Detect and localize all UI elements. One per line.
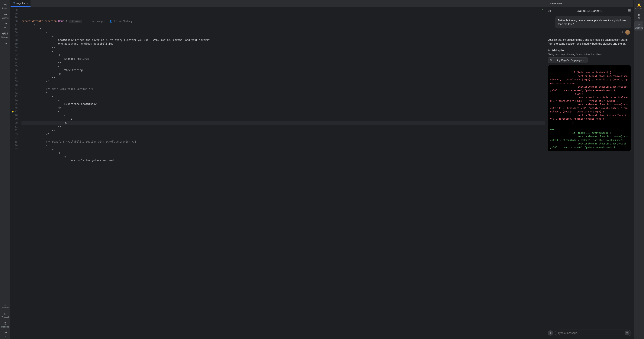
code-line[interactable]: Available Everywhere You Work bbox=[22, 158, 545, 162]
code-line[interactable]: < bbox=[22, 98, 545, 102]
line-number: 83 bbox=[10, 132, 18, 136]
code-line[interactable]: </ bbox=[22, 61, 545, 64]
chat-title-bar: ChatWindow bbox=[545, 0, 634, 7]
problems-label: Problems bbox=[1, 326, 9, 328]
line-number: 84 bbox=[10, 136, 18, 140]
attach-button[interactable]: ＋ bbox=[548, 330, 553, 336]
code-line[interactable]: </ bbox=[22, 72, 545, 76]
code-line[interactable]: < bbox=[22, 64, 545, 68]
code-line[interactable]: < bbox=[22, 110, 545, 114]
left-tool-rail: 🗀 Project ⊶ Commit ⎇ PR �⿻ Structure ⋯ ⊞… bbox=[0, 0, 10, 339]
line-number: 75 bbox=[10, 102, 18, 106]
services-tool[interactable]: ⊞ Services bbox=[0, 300, 10, 310]
edit-icon[interactable]: ✎ bbox=[622, 31, 624, 34]
git-label: Git bbox=[4, 336, 6, 338]
code-line[interactable]: < bbox=[22, 34, 545, 38]
line-number: 79 bbox=[10, 117, 18, 121]
line-number: 65 bbox=[10, 64, 18, 68]
code-line[interactable]: < bbox=[22, 144, 545, 147]
code-line[interactable]: Experience ChatWindow bbox=[22, 102, 545, 106]
code-line[interactable]: < bbox=[22, 147, 545, 151]
commit-tool[interactable]: ⊶ Commit bbox=[0, 11, 10, 20]
line-number: 59 bbox=[10, 42, 18, 46]
line-number: 76 bbox=[10, 106, 18, 110]
horizontal-scrollbar[interactable] bbox=[10, 337, 545, 339]
code-line[interactable]: < bbox=[22, 151, 545, 155]
chatwindow-label: ChatWinc bbox=[635, 27, 643, 29]
problems-tool[interactable]: ⊘ Problems bbox=[0, 320, 10, 330]
code-content[interactable]: ✓ export default function Home() : Eleme… bbox=[20, 7, 545, 337]
model-name: Claude-3.5-Sonnet bbox=[576, 9, 600, 12]
ai-tool[interactable]: ◉ AI bbox=[634, 11, 644, 21]
file-chip[interactable]: 🗎 ...ding-Page/src/app/page.tsx bbox=[548, 58, 588, 63]
tab-page-tsx[interactable]: ⬡ page.tsx ✕ bbox=[10, 0, 30, 7]
chat-title: ChatWindow bbox=[548, 2, 562, 5]
close-icon[interactable]: ✕ bbox=[26, 2, 28, 4]
code-line[interactable]: export default function Home() : Element… bbox=[22, 19, 545, 23]
structure-tool[interactable]: �⿻ Structure bbox=[0, 30, 10, 40]
code-line[interactable]: View Pricing bbox=[22, 68, 545, 72]
code-line[interactable]: < bbox=[22, 23, 545, 27]
git-tool[interactable]: ⎇ Git bbox=[0, 330, 10, 339]
code-line[interactable]: Explore Features bbox=[22, 57, 545, 61]
user-message-text: Better, but every time a new app is show… bbox=[558, 19, 627, 26]
code-line[interactable]: {/* Platform Availability Section with S… bbox=[22, 140, 545, 144]
more-tool[interactable]: ⋯ bbox=[0, 40, 10, 47]
line-number: 8 bbox=[10, 8, 18, 12]
code-line[interactable]: ChatWindow brings the power of AI to eve… bbox=[22, 38, 545, 42]
terminal-tool[interactable]: ⌑ Terminal bbox=[0, 310, 10, 320]
chat-body[interactable]: Better, but every time a new app is show… bbox=[545, 15, 634, 328]
line-number: 46 bbox=[10, 12, 18, 16]
line-gutter: 8464850545556575859606162636465666768697… bbox=[10, 7, 20, 337]
code-line[interactable] bbox=[22, 83, 545, 87]
chevron-up-icon: ˄ bbox=[565, 49, 566, 52]
avatar[interactable] bbox=[625, 30, 630, 35]
code-line[interactable]: < bbox=[22, 49, 545, 53]
code-editor[interactable]: 8464850545556575859606162636465666768697… bbox=[10, 7, 545, 337]
user-message: Better, but every time a new app is show… bbox=[555, 16, 631, 28]
bell-icon: 🔔 bbox=[637, 3, 641, 7]
line-number: 72 bbox=[10, 91, 18, 94]
terminal-icon: ⌑ bbox=[4, 312, 6, 316]
tab-bar-menu[interactable]: ⋮ bbox=[540, 2, 545, 5]
notifications-tool[interactable]: 🔔 Notificatio bbox=[634, 2, 644, 11]
pr-tool[interactable]: ⎇ PR bbox=[0, 20, 10, 30]
code-line[interactable]: </ bbox=[22, 106, 545, 110]
code-line[interactable]: </ bbox=[22, 128, 545, 132]
model-selector[interactable]: Claude-3.5-Sonnet bbox=[553, 9, 626, 12]
code-line[interactable]: </ bbox=[22, 125, 545, 128]
code-line[interactable] bbox=[22, 136, 545, 140]
code-line[interactable]: < bbox=[22, 27, 545, 30]
chat-input[interactable] bbox=[558, 332, 623, 334]
diff-block[interactable]: --- if (index === activeIndex) { section… bbox=[548, 65, 631, 151]
line-number: 55 bbox=[10, 27, 18, 30]
code-line[interactable]: One assistant, endless possibilities. bbox=[22, 42, 545, 46]
line-number: 87 bbox=[10, 147, 18, 151]
chatwindow-icon: ⟐ bbox=[638, 22, 640, 26]
code-line[interactable]: </ bbox=[22, 76, 545, 80]
assistant-message: Let's fix that by adjusting the transiti… bbox=[548, 38, 631, 46]
new-chat-icon[interactable]: 🗂 bbox=[548, 9, 551, 13]
code-line[interactable]: < bbox=[22, 30, 545, 34]
code-line[interactable]: < bbox=[22, 114, 545, 117]
line-number: 77 bbox=[10, 110, 18, 114]
chatwindow-tool[interactable]: ⟐ ChatWinc bbox=[634, 21, 643, 30]
code-line[interactable]: </ bbox=[22, 121, 545, 125]
send-button[interactable]: ↥ bbox=[624, 330, 630, 336]
code-line[interactable]: < bbox=[22, 94, 545, 98]
line-number: 74 bbox=[10, 98, 18, 102]
code-line[interactable]: {/* Main Demo Video Section */} bbox=[22, 87, 545, 91]
code-line[interactable]: < bbox=[22, 53, 545, 57]
chat-menu-icon[interactable]: ☰ bbox=[628, 9, 631, 13]
inspection-ok-icon[interactable]: ✓ bbox=[542, 8, 543, 12]
code-line[interactable]: </ bbox=[22, 132, 545, 136]
code-line[interactable]: </ bbox=[22, 46, 545, 49]
code-line[interactable]: < bbox=[22, 91, 545, 94]
code-line[interactable]: </ bbox=[22, 80, 545, 83]
editing-file-row[interactable]: ✎ Editing file ˄ bbox=[548, 49, 631, 52]
project-tool[interactable]: 🗀 Project bbox=[0, 2, 10, 11]
code-line[interactable]: < bbox=[22, 155, 545, 158]
ai-label: AI bbox=[638, 17, 640, 19]
code-line[interactable]: < bbox=[22, 117, 545, 121]
assistant-message-text: Let's fix that by adjusting the transiti… bbox=[548, 38, 628, 46]
